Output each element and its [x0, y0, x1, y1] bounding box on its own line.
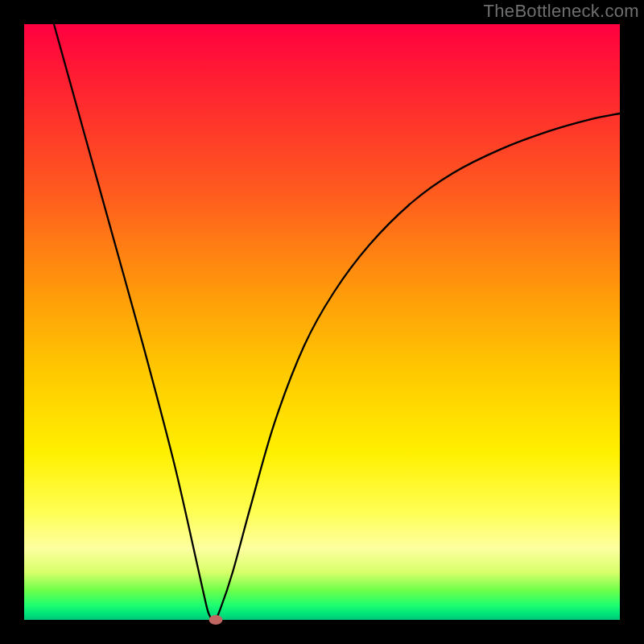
optimal-point-marker [209, 615, 223, 625]
plot-area [24, 24, 620, 620]
chart-frame: TheBottleneck.com [0, 0, 644, 644]
curve-svg [24, 24, 620, 620]
bottleneck-curve [54, 24, 620, 620]
watermark-text: TheBottleneck.com [484, 1, 639, 22]
